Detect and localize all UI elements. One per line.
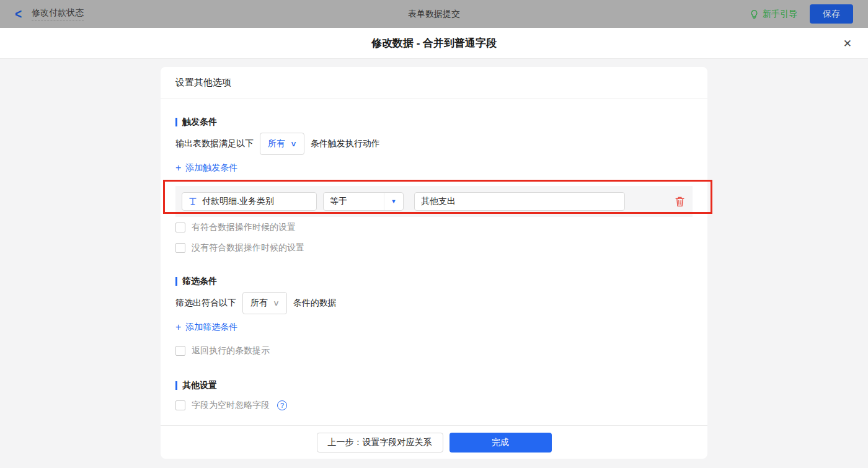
beginner-guide-link[interactable]: 新手引导	[750, 9, 797, 20]
chevron-down-icon: ∨	[290, 140, 297, 148]
trigger-match-suffix: 条件触发执行动作	[311, 138, 380, 149]
count-tip-row: 返回执行的条数提示	[175, 345, 693, 356]
back-navigation[interactable]: < 修改付款状态	[15, 7, 84, 21]
trigger-title-label: 触发条件	[182, 117, 217, 128]
filter-match-row: 筛选出符合以下 所有 ∨ 条件的数据	[175, 292, 693, 314]
lightbulb-icon	[750, 9, 759, 19]
text-field-icon	[188, 197, 197, 206]
options-panel: 设置其他选项 触发条件 输出表数据满足以下 所有 ∨ 条件触发执行动作 + 添加…	[161, 67, 707, 459]
topbar-actions: 新手引导 保存	[750, 4, 853, 24]
trigger-match-prefix: 输出表数据满足以下	[175, 138, 254, 149]
add-trigger-condition-link[interactable]: + 添加触发条件	[175, 162, 237, 174]
condition-field-input[interactable]: 付款明细.业务类别	[182, 192, 317, 211]
condition-field-value: 付款明细.业务类别	[202, 196, 274, 207]
filter-match-prefix: 筛选出符合以下	[175, 298, 236, 309]
section-accent-bar	[175, 118, 177, 126]
back-label[interactable]: 修改付款状态	[32, 7, 84, 21]
count-tip-label: 返回执行的条数提示	[192, 345, 270, 356]
trigger-match-row: 输出表数据满足以下 所有 ∨ 条件触发执行动作	[175, 133, 693, 155]
dropdown-arrow-icon: ▼	[384, 193, 403, 210]
other-title-label: 其他设置	[182, 380, 217, 391]
add-filter-condition-label: 添加筛选条件	[185, 322, 237, 333]
topbar-title: 表单数据提交	[408, 9, 460, 20]
panel-content: 触发条件 输出表数据满足以下 所有 ∨ 条件触发执行动作 + 添加触发条件	[161, 99, 707, 425]
no-match-setting-row: 没有符合数据操作时候的设置	[175, 242, 693, 254]
trash-icon	[675, 196, 685, 207]
done-button[interactable]: 完成	[450, 433, 552, 453]
no-match-label: 没有符合数据操作时候的设置	[192, 242, 304, 254]
close-icon[interactable]: ✕	[843, 37, 852, 50]
filter-scope-value: 所有	[250, 298, 268, 309]
has-match-setting-row: 有符合数据操作时候的设置	[175, 222, 693, 233]
filter-title-label: 筛选条件	[182, 276, 217, 287]
help-icon[interactable]: ?	[277, 400, 287, 410]
has-match-checkbox[interactable]	[175, 223, 185, 232]
plus-icon: +	[175, 163, 181, 173]
trigger-condition-row: 付款明细.业务类别 等于 ▼ 其他支出	[175, 186, 693, 217]
condition-value-text: 其他支出	[421, 196, 456, 207]
dialog-body: 设置其他选项 触发条件 输出表数据满足以下 所有 ∨ 条件触发执行动作 + 添加…	[0, 59, 868, 468]
condition-operator-value: 等于	[324, 193, 384, 210]
panel-header: 设置其他选项	[161, 67, 707, 99]
save-button[interactable]: 保存	[810, 4, 853, 24]
trigger-scope-value: 所有	[268, 138, 285, 149]
has-match-label: 有符合数据操作时候的设置	[192, 222, 296, 233]
filter-section-title: 筛选条件	[175, 276, 693, 287]
guide-label: 新手引导	[763, 9, 797, 20]
plus-icon: +	[175, 322, 181, 332]
dialog-title: 修改数据 - 合并到普通字段	[371, 36, 497, 50]
back-chevron-icon[interactable]: <	[15, 7, 22, 21]
panel-footer: 上一步：设置字段对应关系 完成	[161, 425, 707, 459]
section-accent-bar	[175, 277, 177, 286]
add-trigger-condition-label: 添加触发条件	[185, 162, 237, 174]
top-bar: < 修改付款状态 表单数据提交 新手引导 保存	[0, 0, 868, 28]
trigger-section-title: 触发条件	[175, 117, 693, 128]
ignore-empty-label: 字段为空时忽略字段	[192, 400, 270, 411]
other-section-title: 其他设置	[175, 380, 693, 391]
condition-value-input[interactable]: 其他支出	[414, 192, 625, 211]
dialog-header: 修改数据 - 合并到普通字段 ✕	[0, 28, 868, 59]
previous-step-button[interactable]: 上一步：设置字段对应关系	[317, 433, 443, 453]
delete-condition-button[interactable]	[675, 196, 685, 207]
add-filter-condition-link[interactable]: + 添加筛选条件	[175, 322, 237, 333]
ignore-empty-checkbox[interactable]	[175, 400, 185, 410]
no-match-checkbox[interactable]	[175, 243, 185, 253]
chevron-down-icon: ∨	[273, 299, 280, 307]
filter-scope-select[interactable]: 所有 ∨	[242, 292, 287, 314]
count-tip-checkbox[interactable]	[175, 346, 185, 356]
condition-operator-select[interactable]: 等于 ▼	[323, 192, 404, 211]
section-accent-bar	[175, 381, 177, 390]
trigger-scope-select[interactable]: 所有 ∨	[260, 133, 304, 155]
filter-match-suffix: 条件的数据	[293, 298, 337, 309]
ignore-empty-row: 字段为空时忽略字段 ?	[175, 400, 693, 411]
